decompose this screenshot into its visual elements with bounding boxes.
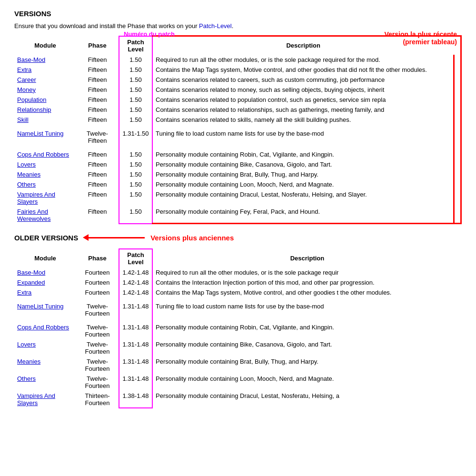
cell-module: NameList Tuning bbox=[14, 129, 76, 146]
cell-phase: Fifteen bbox=[76, 115, 119, 125]
cell-phase: Fifteen bbox=[76, 85, 119, 95]
arrow-container: Versions plus anciennes bbox=[88, 234, 234, 242]
cell-patch: 1.31-1.48 bbox=[119, 357, 152, 374]
cell-module: Extra bbox=[14, 288, 76, 298]
module-link[interactable]: Fairies AndWerewolves bbox=[17, 208, 51, 222]
spacer-row bbox=[14, 125, 461, 129]
module-link[interactable]: Skill bbox=[17, 116, 29, 123]
cell-module: Base-Mod bbox=[14, 55, 76, 65]
cell-module: Lovers bbox=[14, 159, 76, 169]
table-row: Meanies Fifteen 1.50 Personality module … bbox=[14, 169, 461, 179]
cell-module: Career bbox=[14, 75, 76, 85]
module-link[interactable]: Money bbox=[17, 86, 36, 93]
cell-phase: Twelve-Fourteen bbox=[76, 357, 119, 374]
cell-module: Base-Mod bbox=[14, 268, 76, 278]
cell-phase: Fifteen bbox=[76, 159, 119, 169]
module-link[interactable]: Vampires AndSlayers bbox=[17, 392, 55, 407]
page-title: VERSIONS bbox=[14, 10, 462, 18]
table-row: Extra Fourteen 1.42-1.48 Contains the Ma… bbox=[14, 288, 462, 298]
intro-text: Ensure that you download and install the… bbox=[14, 22, 462, 30]
cell-desc: Contains scenarios related to population… bbox=[152, 95, 454, 105]
module-link[interactable]: Others bbox=[17, 181, 36, 188]
cell-desc: Tuning file to load custom name lists fo… bbox=[152, 301, 462, 318]
table-row: Vampires And Slayers Fifteen 1.50 Person… bbox=[14, 189, 461, 207]
cell-module: Cops And Robbers bbox=[14, 322, 76, 339]
cell-phase: Fourteen bbox=[76, 278, 119, 288]
cell-patch: 1.50 bbox=[119, 95, 152, 105]
cell-desc: Contains the Interaction Injection porti… bbox=[152, 278, 462, 288]
cell-module: Fairies AndWerewolves bbox=[14, 207, 76, 224]
table-row: Money Fifteen 1.50 Contains scenarios re… bbox=[14, 85, 461, 95]
cell-phase: Twelve-Fourteen bbox=[76, 301, 119, 318]
cell-patch: 1.50 bbox=[119, 115, 152, 125]
cell-phase: Twelve-Fourteen bbox=[76, 322, 119, 339]
module-link[interactable]: Expanded bbox=[17, 279, 45, 286]
module-link[interactable]: NameList Tuning bbox=[17, 130, 64, 137]
module-link[interactable]: Extra bbox=[17, 289, 31, 296]
cell-patch: 1.50 bbox=[119, 179, 152, 189]
module-link[interactable]: Cops And Robbers bbox=[17, 151, 69, 158]
module-link[interactable]: Population bbox=[17, 96, 46, 103]
module-link[interactable]: Lovers bbox=[17, 161, 36, 168]
cell-patch: 1.42-1.48 bbox=[119, 278, 152, 288]
module-link[interactable]: Cops And Robbers bbox=[17, 324, 69, 331]
table1: Module Phase PatchLevel Description Base… bbox=[14, 35, 462, 224]
cell-phase: Twelve-Fifteen bbox=[76, 129, 119, 146]
module-link[interactable]: Meanies bbox=[17, 171, 40, 178]
cell-patch: 1.31-1.48 bbox=[119, 339, 152, 357]
module-link[interactable]: Lovers bbox=[17, 341, 36, 348]
cell-patch: 1.42-1.48 bbox=[119, 268, 152, 278]
cell-phase: Fifteen bbox=[76, 169, 119, 179]
cell-phase: Fifteen bbox=[76, 189, 119, 207]
table-row: Base-Mod Fifteen 1.50 Required to run al… bbox=[14, 55, 461, 65]
table-row: Others Twelve-Fourteen 1.31-1.48 Persona… bbox=[14, 374, 462, 391]
table-row: Cops And Robbers Twelve-Fourteen 1.31-1.… bbox=[14, 322, 462, 339]
arrow-body bbox=[88, 237, 145, 238]
table-row: NameList Tuning Twelve-Fourteen 1.31-1.4… bbox=[14, 301, 462, 318]
module-link[interactable]: Relationship bbox=[17, 106, 51, 113]
module-link[interactable]: Base-Mod bbox=[17, 269, 45, 276]
cell-phase: Fifteen bbox=[76, 75, 119, 85]
cell-desc: Personality module containing Loon, Mooc… bbox=[152, 374, 462, 391]
older-annotation: Versions plus anciennes bbox=[150, 234, 234, 242]
module-link[interactable]: Meanies bbox=[17, 358, 40, 365]
module-link[interactable]: Vampires And Slayers bbox=[17, 191, 55, 205]
module-link[interactable]: Others bbox=[17, 375, 36, 382]
cell-module: Vampires And Slayers bbox=[14, 189, 76, 207]
header2-patch: PatchLevel bbox=[119, 249, 152, 268]
cell-patch: 1.50 bbox=[119, 207, 152, 224]
cell-module: Skill bbox=[14, 115, 76, 125]
table2: Module Phase PatchLevel Description Base… bbox=[14, 248, 462, 408]
cell-patch: 1.50 bbox=[119, 189, 152, 207]
cell-desc: Required to run all the other modules, o… bbox=[152, 268, 462, 278]
header2-phase: Phase bbox=[76, 249, 119, 268]
header2-module: Module bbox=[14, 249, 76, 268]
table-row: Expanded Fourteen 1.42-1.48 Contains the… bbox=[14, 278, 462, 288]
patch-level-link[interactable]: Patch-Level bbox=[199, 22, 232, 30]
cell-phase: Fourteen bbox=[76, 268, 119, 278]
cell-desc: Personality module containing Robin, Cat… bbox=[152, 322, 462, 339]
table-row: Relationship Fifteen 1.50 Contains scena… bbox=[14, 105, 461, 115]
cell-module: Lovers bbox=[14, 339, 76, 357]
table-row: Population Fifteen 1.50 Contains scenari… bbox=[14, 95, 461, 105]
module-link[interactable]: Career bbox=[17, 76, 36, 83]
cell-patch: 1.31-1.48 bbox=[119, 374, 152, 391]
cell-module: Cops And Robbers bbox=[14, 149, 76, 159]
cell-module: Money bbox=[14, 85, 76, 95]
module-link[interactable]: Base-Mod bbox=[17, 56, 45, 63]
table2-header-row: Module Phase PatchLevel Description bbox=[14, 249, 462, 268]
table-row: NameList Tuning Twelve-Fifteen 1.31-1.50… bbox=[14, 129, 461, 146]
cell-patch: 1.31-1.48 bbox=[119, 301, 152, 318]
cell-patch: 1.50 bbox=[119, 159, 152, 169]
table1-header-row: Module Phase PatchLevel Description bbox=[14, 36, 461, 55]
table-row: Career Fifteen 1.50 Contains scenarios r… bbox=[14, 75, 461, 85]
table-row: Lovers Fifteen 1.50 Personality module c… bbox=[14, 159, 461, 169]
cell-patch: 1.38-1.48 bbox=[119, 391, 152, 408]
cell-module: Extra bbox=[14, 65, 76, 75]
cell-desc: Personality module containing Dracul, Le… bbox=[152, 189, 454, 207]
module-link[interactable]: Extra bbox=[17, 66, 31, 73]
cell-phase: Fifteen bbox=[76, 179, 119, 189]
table1-container: Numéro du patch Version la plus récente(… bbox=[14, 35, 462, 224]
module-link[interactable]: NameList Tuning bbox=[17, 303, 64, 310]
table-row: Base-Mod Fourteen 1.42-1.48 Required to … bbox=[14, 268, 462, 278]
